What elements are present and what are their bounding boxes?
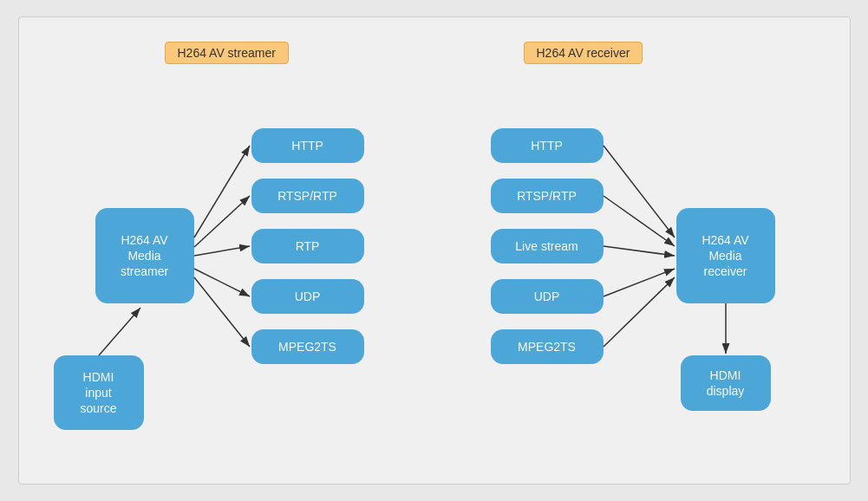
av-streamer-box: H264 AV Media streamer (95, 208, 194, 303)
livestream-right-box: Live stream (491, 229, 604, 264)
udp-right-box: UDP (491, 279, 604, 314)
svg-line-5 (194, 269, 250, 296)
rtsp-left-box: RTSP/RTP (251, 179, 364, 213)
hdmi-display-box: HDMI display (681, 355, 771, 411)
diagram-container: H264 AV streamer H264 AV receiver HDMI i… (18, 16, 851, 485)
svg-line-2 (194, 146, 250, 237)
http-right-box: HTTP (491, 128, 604, 163)
receiver-group-label: H264 AV receiver (524, 42, 643, 64)
rtp-left-box: RTP (251, 229, 364, 264)
svg-line-9 (604, 246, 675, 256)
rtsp-right-box: RTSP/RTP (491, 179, 604, 213)
svg-line-7 (604, 146, 675, 237)
svg-line-6 (194, 277, 250, 347)
svg-line-3 (194, 196, 250, 247)
svg-line-10 (604, 269, 675, 296)
svg-line-8 (604, 196, 675, 246)
svg-line-1 (99, 308, 140, 355)
av-receiver-box: H264 AV Media receiver (676, 208, 775, 303)
streamer-group-label: H264 AV streamer (165, 42, 289, 64)
mpeg2ts-right-box: MPEG2TS (491, 329, 604, 364)
udp-left-box: UDP (251, 279, 364, 314)
svg-line-4 (194, 246, 250, 256)
svg-line-11 (604, 277, 675, 347)
http-left-box: HTTP (251, 128, 364, 163)
hdmi-source-box: HDMI input source (54, 355, 144, 430)
mpeg2ts-left-box: MPEG2TS (251, 329, 364, 364)
